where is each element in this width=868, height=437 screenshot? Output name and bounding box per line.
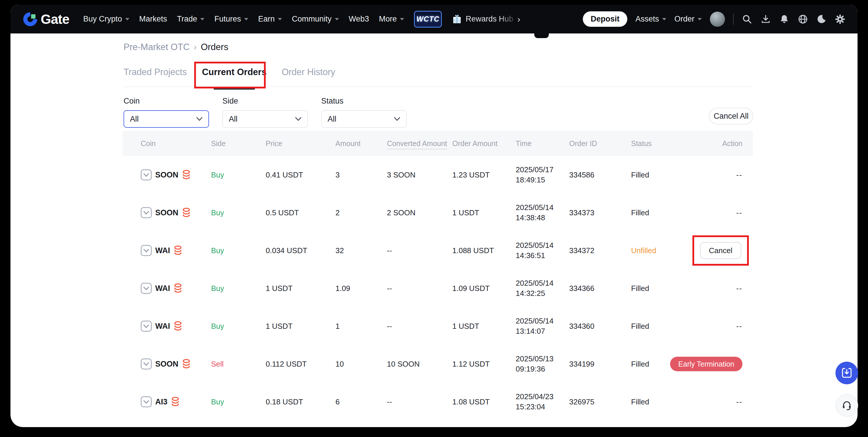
order-id-cell: 334199	[569, 359, 594, 369]
coin-stack-icon	[174, 245, 182, 256]
search-icon[interactable]	[742, 14, 752, 24]
status-badge: Filled	[631, 359, 649, 369]
coin-name: WAI	[155, 284, 170, 293]
cancel-order-button[interactable]: Cancel	[700, 242, 741, 259]
expand-row-toggle[interactable]	[141, 396, 152, 407]
deposit-button[interactable]: Deposit	[583, 11, 627, 27]
converted-cell: --	[387, 398, 392, 406]
nav-item-web3[interactable]: Web3	[349, 14, 369, 24]
coin-stack-icon	[174, 321, 182, 331]
expand-row-toggle[interactable]	[141, 169, 152, 180]
chevron-down-icon	[143, 324, 149, 328]
converted-cell: 2 SOON	[387, 208, 415, 217]
table-row: SOONBuy0.41 USDT33 SOON1.23 USDT2025/05/…	[123, 156, 753, 194]
nav-item-futures[interactable]: Futures	[214, 14, 248, 24]
column-header-side: Side	[211, 139, 225, 148]
tab-bar: Traded ProjectsCurrent OrdersOrder Histo…	[124, 67, 335, 86]
cancel-all-button[interactable]: Cancel All	[709, 108, 753, 124]
coin-stack-icon	[182, 359, 191, 369]
dark-mode-moon-icon[interactable]	[816, 14, 827, 24]
table-row: AI3Buy0.18 USDT6--1.08 USDT2025/04/2315:…	[123, 383, 753, 421]
price-cell: 0.41 USDT	[266, 171, 303, 179]
order-time: 18:49:15	[516, 175, 554, 185]
chevron-down-icon	[143, 211, 149, 215]
page-card: Gate Buy CryptoMarketsTradeFuturesEarnCo…	[10, 5, 858, 427]
early-termination-button[interactable]: Early Termination	[670, 357, 742, 371]
table-header: CoinSidePriceAmountConverted AmountOrder…	[123, 131, 753, 156]
nav-item-label: Markets	[139, 14, 167, 24]
chevron-down-icon	[698, 18, 702, 20]
chevron-down-icon	[295, 117, 302, 121]
tab-current-orders[interactable]: Current Orders	[202, 67, 267, 86]
coin-cell: SOON	[141, 358, 191, 370]
expand-row-toggle[interactable]	[141, 245, 152, 256]
page-title: Orders	[201, 42, 228, 52]
coin-cell: SOON	[141, 207, 191, 218]
no-action-dash: --	[736, 284, 742, 293]
download-app-icon[interactable]	[761, 14, 771, 24]
expand-row-toggle[interactable]	[141, 321, 152, 332]
gift-icon	[452, 14, 462, 24]
nav-item-buy-crypto[interactable]: Buy Crypto	[83, 14, 129, 24]
amount-cell: 6	[336, 398, 340, 406]
user-avatar[interactable]	[710, 12, 725, 27]
coin-stack-icon	[182, 207, 191, 218]
order-id-cell: 334360	[569, 322, 594, 331]
chevron-down-icon	[143, 287, 149, 290]
chevron-down-icon	[394, 117, 400, 121]
order-time: 14:32:25	[516, 288, 554, 298]
filter-status: StatusAll	[321, 96, 407, 128]
customer-support-button[interactable]	[835, 394, 858, 417]
amount-cell: 1.09	[336, 284, 350, 293]
no-action-dash: --	[736, 171, 742, 179]
download-app-float-button[interactable]	[835, 362, 858, 384]
nav-item-community[interactable]: Community	[292, 14, 339, 24]
chevron-down-icon	[200, 18, 204, 20]
status-badge: Filled	[631, 398, 649, 406]
nav-item-earn[interactable]: Earn	[258, 14, 282, 24]
breadcrumb-parent-link[interactable]: Pre-Market OTC	[124, 42, 189, 52]
expand-row-toggle[interactable]	[141, 283, 152, 294]
filter-side: SideAll	[222, 96, 308, 128]
rewards-chevron-icon: ›	[518, 14, 520, 24]
coin-name: WAI	[155, 322, 170, 331]
nav-item-assets[interactable]: Assets	[636, 14, 666, 24]
action-cell: Early Termination	[670, 357, 742, 371]
settings-gear-icon[interactable]	[835, 14, 845, 24]
nav-item-more[interactable]: More	[379, 14, 404, 24]
order-time: 14:36:51	[516, 251, 554, 261]
nav-item-rewards-hub[interactable]: Rewards Hub ›	[452, 14, 520, 24]
table-row: WAIBuy1 USDT1.09--1.09 USDT2025/05/1414:…	[123, 269, 753, 307]
tab-traded-projects[interactable]: Traded Projects	[124, 67, 187, 86]
chevron-down-icon	[244, 18, 248, 20]
order-id-cell: 334372	[569, 246, 594, 255]
wctc-badge[interactable]: WCTC	[414, 11, 442, 28]
nav-item-order[interactable]: Order	[674, 14, 702, 24]
expand-row-toggle[interactable]	[141, 207, 152, 218]
time-cell: 2025/05/1414:36:51	[516, 240, 554, 261]
status-badge: Filled	[631, 284, 649, 293]
order-amount-cell: 1 USDT	[452, 208, 479, 217]
order-id-cell: 334586	[569, 171, 594, 179]
gate-logo[interactable]: Gate	[22, 11, 69, 27]
converted-cell: --	[387, 246, 392, 255]
chevron-down-icon	[143, 400, 149, 404]
notifications-bell-icon[interactable]	[779, 14, 789, 24]
filter-side-select[interactable]: All	[222, 110, 308, 128]
column-header-converted-amount[interactable]: Converted Amount	[387, 139, 447, 148]
filter-coin-select[interactable]: All	[124, 110, 209, 128]
download-tray-icon	[841, 367, 852, 379]
expand-row-toggle[interactable]	[141, 358, 152, 370]
order-amount-cell: 1.08 USDT	[452, 398, 490, 406]
nav-item-trade[interactable]: Trade	[177, 14, 205, 24]
nav-item-markets[interactable]: Markets	[139, 14, 167, 24]
selected-value: All	[229, 115, 238, 124]
coin-cell: WAI	[141, 245, 182, 256]
price-cell: 0.5 USDT	[266, 208, 299, 217]
tab-order-history[interactable]: Order History	[282, 67, 335, 86]
coin-cell: SOON	[141, 169, 191, 180]
language-globe-icon[interactable]	[798, 14, 808, 24]
time-cell: 2025/05/1413:14:07	[516, 316, 554, 336]
filter-status-select[interactable]: All	[321, 110, 407, 128]
nav-item-label: Community	[292, 14, 332, 24]
